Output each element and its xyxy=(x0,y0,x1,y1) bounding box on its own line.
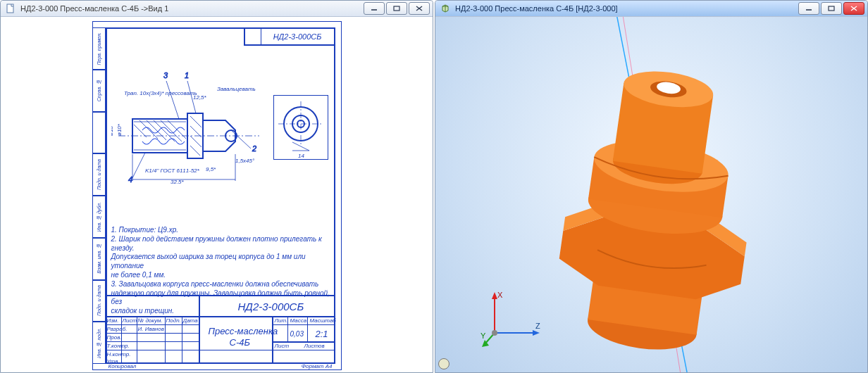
svg-line-9 xyxy=(134,125,147,137)
svg-text:3: 3 xyxy=(163,71,168,80)
drawing-sub-window: НД2-3-000 Пресс-масленка С-4Б ->Вид 1 Пе… xyxy=(0,0,433,373)
drawing-viewport[interactable]: Перв. примен. Справ. № Подп. и дата Инв.… xyxy=(1,17,433,372)
close-button[interactable] xyxy=(409,2,430,15)
svg-marker-79 xyxy=(533,330,540,336)
part-icon xyxy=(440,3,451,14)
orbit-indicator-icon xyxy=(438,358,450,369)
svg-text:Z: Z xyxy=(535,322,540,330)
upper-stamp-text: НД2-3-000СБ xyxy=(261,29,334,44)
minimize-button[interactable] xyxy=(364,2,385,15)
margin-label: Перв. примен. xyxy=(97,32,101,65)
left-margin-fields: Перв. примен. Справ. № Подп. и дата Инв.… xyxy=(93,27,106,364)
right-window-titlebar[interactable]: НД2-3-000 Пресс-масленка С-4Б [НД2-3-000… xyxy=(435,1,867,17)
svg-text:1: 1 xyxy=(185,71,189,80)
svg-marker-73 xyxy=(492,292,497,299)
document-icon xyxy=(5,3,16,14)
axis-triad-icon: X Y Z xyxy=(480,284,544,347)
upper-stamp: НД2-3-000СБ xyxy=(244,27,335,46)
svg-text:Y: Y xyxy=(480,331,486,340)
svg-text:K1/4" ГОСТ 6111-52*: K1/4" ГОСТ 6111-52* xyxy=(145,167,200,174)
svg-text:Трап. 10x(3х4)*
прессовать: Трап. 10x(3х4)* прессовать xyxy=(124,90,197,96)
margin-label: Справ. № xyxy=(97,80,101,101)
svg-text:Завальцевать: Завальцевать xyxy=(217,86,256,92)
margin-label: Инв. № подл. xyxy=(97,328,101,358)
svg-line-27 xyxy=(132,153,145,178)
doc-number: НД2-3-000СБ xyxy=(238,301,304,312)
left-window-title: НД2-3-000 Пресс-масленка С-4Б ->Вид 1 xyxy=(20,4,359,13)
svg-text:1,5x45°: 1,5x45° xyxy=(235,158,255,164)
margin-label: Взам. инв. № xyxy=(97,244,101,274)
right-window-title: НД2-3-000 Пресс-масленка С-4Б [НД2-3-000… xyxy=(455,4,794,13)
close-button[interactable] xyxy=(843,2,864,15)
minimize-button[interactable] xyxy=(798,2,819,15)
svg-text:14: 14 xyxy=(298,153,304,159)
3d-viewport[interactable]: X Y Z xyxy=(435,17,867,372)
svg-text:9,5*: 9,5* xyxy=(206,166,216,172)
maximize-button[interactable] xyxy=(386,2,407,15)
svg-line-18 xyxy=(190,146,200,156)
svg-text:X: X xyxy=(497,291,503,299)
left-window-titlebar[interactable]: НД2-3-000 Пресс-масленка С-4Б ->Вид 1 xyxy=(1,1,433,17)
margin-label: Инв. № дубл. xyxy=(97,202,101,232)
svg-rect-0 xyxy=(7,4,13,13)
svg-line-21 xyxy=(166,81,179,119)
svg-line-17 xyxy=(190,136,202,147)
svg-text:ø18*: ø18* xyxy=(111,123,114,136)
svg-line-25 xyxy=(231,130,251,148)
svg-text:ø10*: ø10* xyxy=(116,123,123,136)
margin-label: Подп. и дата xyxy=(97,285,101,316)
model-sub-window: НД2-3-000 Пресс-масленка С-4Б [НД2-3-000… xyxy=(435,0,868,373)
right-window-buttons xyxy=(798,2,864,15)
svg-rect-53 xyxy=(829,6,834,11)
svg-rect-2 xyxy=(394,6,399,11)
sheet-footer: Копировал Формат А4 xyxy=(106,363,335,370)
drawing-sheet: Перв. примен. Справ. № Подп. и дата Инв.… xyxy=(92,21,342,370)
maximize-button[interactable] xyxy=(821,2,842,15)
main-section-view: 3 1 2 4 12,5* Завальцевать Трап. 10x(3х4… xyxy=(111,60,266,184)
margin-label: Подп. и дата xyxy=(97,159,101,190)
aux-end-view: 14 xyxy=(273,95,328,160)
svg-point-81 xyxy=(492,330,497,336)
svg-line-15 xyxy=(190,116,202,127)
svg-text:2: 2 xyxy=(252,144,256,153)
part-name: Пресс-масленка xyxy=(209,326,278,336)
svg-text:4: 4 xyxy=(128,175,132,184)
left-window-buttons xyxy=(364,2,430,15)
title-block: НД2-3-000СБ Изм. Лист № докум. Подп. Дат… xyxy=(106,295,335,364)
